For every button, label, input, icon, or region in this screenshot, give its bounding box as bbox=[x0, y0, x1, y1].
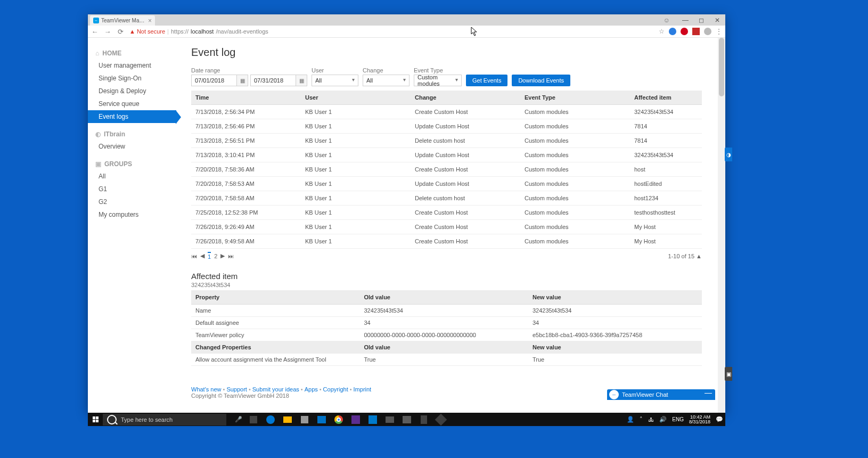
date-to-input[interactable]: 07/31/2018 bbox=[250, 75, 296, 86]
table-row[interactable]: 7/13/2018, 2:56:34 PMKB User 1Create Cus… bbox=[191, 105, 702, 119]
table-row[interactable]: 7/26/2018, 9:26:49 AMKB User 1Create Cus… bbox=[191, 220, 702, 234]
table-row[interactable]: 7/13/2018, 3:10:41 PMKB User 1Update Cus… bbox=[191, 148, 702, 162]
col-header-time[interactable]: Time bbox=[191, 91, 301, 105]
chrome-icon[interactable] bbox=[334, 415, 343, 424]
visual-studio-icon[interactable] bbox=[351, 415, 361, 424]
people-icon[interactable] bbox=[402, 415, 412, 424]
date-to-picker-icon[interactable]: ▦ bbox=[296, 75, 307, 86]
cortana-mic-icon[interactable]: 🎤 bbox=[235, 416, 242, 423]
pager-last[interactable]: ⏭ bbox=[228, 253, 234, 259]
extension-icon[interactable] bbox=[692, 28, 700, 35]
col-header-change[interactable]: Change bbox=[411, 91, 520, 105]
reload-button[interactable]: ⟳ bbox=[117, 28, 124, 36]
minimize-button[interactable]: — bbox=[677, 14, 693, 26]
network-icon[interactable]: 🖧 bbox=[648, 416, 654, 423]
security-indicator[interactable]: ▲ Not secure bbox=[129, 28, 165, 35]
close-window-button[interactable]: ✕ bbox=[709, 14, 725, 26]
pager-summary[interactable]: 1-10 of 15 ▲ bbox=[668, 253, 702, 259]
edge-icon[interactable] bbox=[266, 415, 275, 424]
maximize-button[interactable]: ◻ bbox=[693, 14, 709, 26]
git-extensions-icon[interactable] bbox=[436, 415, 446, 424]
sidebar-item-all[interactable]: All bbox=[88, 170, 176, 183]
table-cell: True bbox=[359, 354, 528, 366]
date-from-input[interactable]: 07/01/2018 bbox=[191, 75, 237, 86]
taskbar-search[interactable]: Type here to search bbox=[103, 414, 226, 426]
col-header-event-type[interactable]: Event Type bbox=[520, 91, 630, 105]
vscode-icon[interactable] bbox=[368, 415, 378, 424]
language-indicator[interactable]: ENG bbox=[672, 416, 684, 422]
footer-link[interactable]: Support bbox=[226, 386, 247, 392]
forward-button[interactable]: → bbox=[104, 28, 111, 36]
col-header-user[interactable]: User bbox=[301, 91, 411, 105]
action-center-icon[interactable]: 💬 bbox=[716, 416, 723, 423]
sidebar-item-event-logs[interactable]: Event logs bbox=[88, 110, 176, 123]
extension-icon[interactable] bbox=[669, 28, 676, 35]
close-tab-icon[interactable]: × bbox=[148, 17, 152, 24]
table-row[interactable]: 7/20/2018, 7:58:58 AMKB User 1Delete cus… bbox=[191, 191, 702, 206]
sidebar-item-design-deploy[interactable]: Design & Deploy bbox=[88, 85, 176, 97]
table-row[interactable]: 7/25/2018, 12:52:38 PMKB User 1Create Cu… bbox=[191, 206, 702, 220]
pager-first[interactable]: ⏮ bbox=[191, 253, 197, 259]
file-explorer-icon[interactable] bbox=[283, 415, 292, 424]
scrollbar-thumb[interactable] bbox=[719, 38, 724, 96]
change-select[interactable]: All bbox=[363, 75, 410, 86]
sidebar-item-g1[interactable]: G1 bbox=[88, 183, 176, 195]
browser-tab[interactable]: ↔ TeamViewer Manageme × bbox=[90, 15, 155, 26]
volume-icon[interactable]: 🔊 bbox=[659, 416, 667, 423]
chat-minimize-icon[interactable]: — bbox=[705, 388, 712, 397]
start-button[interactable] bbox=[88, 416, 103, 422]
teamviewer-chat-widget[interactable]: ↔ TeamViewer Chat — bbox=[607, 389, 715, 400]
side-flyout-tab[interactable]: ◑ bbox=[725, 148, 732, 161]
footer-link[interactable]: What's new bbox=[191, 386, 222, 392]
sidebar-item-user-management[interactable]: User management bbox=[88, 59, 176, 72]
pager-next[interactable]: ▶ bbox=[220, 252, 225, 259]
download-events-button[interactable]: Download Events bbox=[512, 75, 570, 86]
sidebar-item-my-computers[interactable]: My computers bbox=[88, 208, 176, 221]
footer-link[interactable]: Imprint bbox=[354, 386, 372, 392]
sidebar-item-g2[interactable]: G2 bbox=[88, 195, 176, 208]
table-row[interactable]: 7/20/2018, 7:58:36 AMKB User 1Create Cus… bbox=[191, 162, 702, 177]
vertical-scrollbar[interactable] bbox=[718, 38, 725, 413]
pager-prev[interactable]: ◀ bbox=[200, 252, 204, 259]
sidebar-item-overview[interactable]: Overview bbox=[88, 140, 176, 153]
outlook-icon[interactable] bbox=[317, 415, 326, 424]
microsoft-store-icon[interactable] bbox=[300, 415, 309, 424]
task-view-icon[interactable] bbox=[249, 415, 258, 424]
notepad-icon[interactable] bbox=[419, 415, 429, 424]
footer-link[interactable]: Copyright bbox=[323, 386, 348, 392]
mail-icon[interactable] bbox=[385, 415, 395, 424]
col-header-affected-item[interactable]: Affected item bbox=[630, 91, 702, 105]
sidebar-section-groups[interactable]: ▣ GROUPS bbox=[88, 158, 176, 170]
address-bar[interactable]: ▲ Not secure | https://localhost/nav/aud… bbox=[129, 28, 653, 35]
sidebar-item-service-queue[interactable]: Service queue bbox=[88, 97, 176, 110]
affected-item-id: 324235t43t534 bbox=[191, 282, 702, 288]
table-row[interactable]: 7/20/2018, 7:58:53 AMKB User 1Update Cus… bbox=[191, 177, 702, 191]
pager-page-1[interactable]: 1 bbox=[208, 252, 211, 260]
table-row[interactable]: 7/26/2018, 9:49:58 AMKB User 1Create Cus… bbox=[191, 234, 702, 249]
browser-menu-icon[interactable]: ⋮ bbox=[716, 28, 722, 35]
extension-adblock-icon[interactable] bbox=[681, 28, 688, 35]
date-from-picker-icon[interactable]: ▦ bbox=[237, 75, 248, 86]
footer-link[interactable]: Submit your ideas bbox=[252, 386, 299, 392]
taskbar-clock[interactable]: 10:42 AM 8/31/2018 bbox=[689, 415, 710, 424]
back-button[interactable]: ← bbox=[91, 28, 99, 36]
profile-icon[interactable]: ☺ bbox=[659, 14, 675, 26]
bookmark-icon[interactable]: ☆ bbox=[659, 28, 665, 35]
event-type-select[interactable]: Custom modules bbox=[414, 75, 462, 86]
sidebar-item-sso[interactable]: Single Sign-On bbox=[88, 72, 176, 85]
pager-page-2[interactable]: 2 bbox=[214, 253, 217, 259]
table-row[interactable]: 7/13/2018, 2:56:51 PMKB User 1Delete cus… bbox=[191, 134, 702, 148]
people-tray-icon[interactable]: 👤 bbox=[627, 416, 634, 423]
sidebar-section-itbrain[interactable]: ◐ ITbrain bbox=[88, 128, 176, 140]
extension-disabled-icon[interactable] bbox=[704, 28, 711, 35]
table-cell: 7/20/2018, 7:58:36 AM bbox=[191, 162, 301, 177]
table-row[interactable]: 7/13/2018, 2:56:46 PMKB User 1Update Cus… bbox=[191, 119, 702, 134]
table-cell: KB User 1 bbox=[301, 220, 411, 234]
user-select[interactable]: All bbox=[312, 75, 358, 86]
footer-link[interactable]: Apps bbox=[305, 386, 318, 392]
get-events-button[interactable]: Get Events bbox=[466, 75, 507, 86]
filter-label: Event Type bbox=[414, 67, 462, 73]
sidebar-section-home[interactable]: ⌂ HOME bbox=[88, 47, 176, 59]
side-flyout-tab[interactable]: ▣ bbox=[725, 367, 732, 381]
tray-chevron-icon[interactable]: ˄ bbox=[640, 416, 643, 423]
